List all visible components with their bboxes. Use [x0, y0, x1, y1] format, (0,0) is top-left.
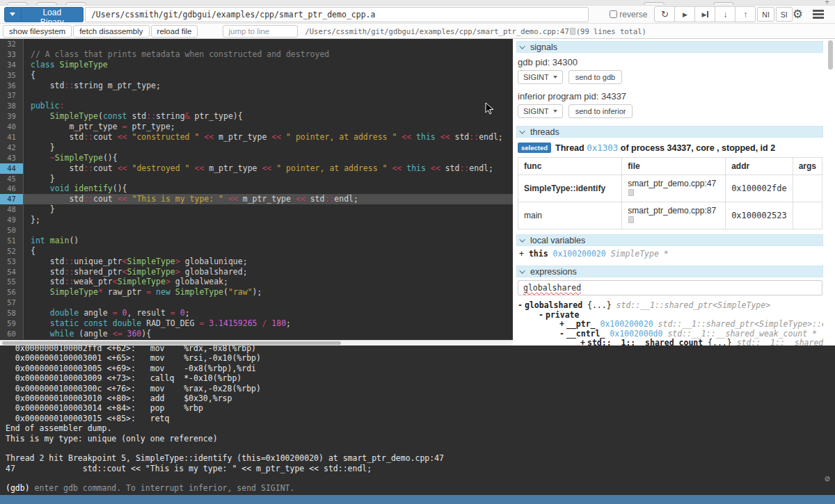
line-number-gutter[interactable]: 47 — [0, 194, 24, 204]
line-number-gutter[interactable]: 52 — [0, 246, 24, 257]
copy-icon[interactable] — [570, 28, 575, 35]
line-number-gutter[interactable]: 41 — [0, 132, 24, 143]
line-number-gutter[interactable]: 59 — [0, 318, 24, 329]
copy-icon[interactable] — [628, 189, 634, 196]
load-binary-button[interactable]: Load Binary — [22, 7, 84, 22]
load-binary-dropdown-button[interactable] — [4, 7, 22, 22]
jump-to-line-input[interactable] — [223, 25, 298, 38]
hscrollbar-thumb[interactable] — [2, 341, 341, 345]
clipped-button — [713, 2, 734, 6]
step-out-button[interactable]: ↑ — [735, 6, 756, 22]
threads-panel-header[interactable]: threads — [516, 126, 823, 138]
line-number-gutter[interactable]: 49 — [0, 215, 24, 225]
expressions-panel-header[interactable]: expressions — [516, 266, 823, 277]
stack-frame-row[interactable]: mainsmart_ptr_demo.cpp:870x100002523 — [518, 202, 822, 229]
expression-input[interactable]: globalshared — [518, 280, 822, 295]
code-text: m_ptr_type = ptr_type; — [24, 122, 513, 132]
line-number-gutter[interactable]: 56 — [0, 287, 24, 298]
line-number-gutter[interactable]: 39 — [0, 111, 24, 122]
restart-button[interactable]: ↻ — [654, 6, 675, 22]
expand-toggle[interactable]: + — [559, 320, 566, 330]
line-number-gutter[interactable]: 40 — [0, 122, 24, 132]
line-number-gutter[interactable]: 44 — [0, 163, 24, 174]
next-instruction-button[interactable]: NI — [757, 7, 774, 22]
gdb-console[interactable]: ⊘ 0x0000000100002ffd <+62>: mov %rdx,-0x… — [0, 346, 835, 495]
send-to-inferior-button[interactable]: send to inferior — [568, 104, 633, 118]
line-number-gutter[interactable]: 32 — [0, 39, 24, 49]
code-text: std::unique_ptr<SimpleType> globalunique… — [24, 257, 513, 267]
step-instruction-button[interactable]: SI — [776, 7, 793, 22]
step-into-button[interactable]: ↓ — [715, 6, 735, 22]
sidebar-scrollbar-thumb[interactable] — [828, 40, 833, 70]
line-number-gutter[interactable]: 38 — [0, 101, 24, 111]
chevron-down-icon — [519, 236, 525, 242]
line-number-gutter[interactable]: 45 — [0, 174, 24, 184]
code-text: }; — [24, 215, 513, 225]
line-number-gutter[interactable]: 35 — [0, 70, 24, 81]
column-header-func: func — [518, 158, 622, 175]
expand-toggle[interactable]: + — [580, 339, 587, 346]
line-number-gutter[interactable]: 51 — [0, 236, 24, 246]
line-number-gutter[interactable]: 48 — [0, 204, 24, 215]
thread-address[interactable]: 0x1303 — [587, 143, 618, 153]
line-number-gutter[interactable]: 55 — [0, 277, 24, 287]
step-over-bar — [707, 11, 708, 17]
stack-frame-row[interactable]: SimpleType::identifysmart_ptr_demo.cpp:4… — [518, 175, 822, 202]
gear-icon[interactable]: ⚙ — [793, 8, 803, 20]
stack-frames-table: funcfileaddrargs SimpleType::identifysma… — [518, 157, 822, 229]
line-number-gutter[interactable]: 46 — [0, 184, 24, 194]
frame-func: SimpleType::identify — [518, 175, 622, 202]
reverse-checkbox[interactable] — [610, 10, 617, 18]
expand-toggle[interactable]: + — [519, 249, 524, 259]
code-text: } — [24, 174, 513, 184]
frame-address-link[interactable]: 0x100002fde — [726, 175, 793, 202]
code-line: 47 std::cout << "This is my type: " << m… — [0, 194, 513, 204]
frame-func: main — [518, 202, 622, 229]
line-number-gutter[interactable]: 57 — [0, 298, 24, 308]
code-text: { — [24, 70, 513, 81]
frame-address-link[interactable]: 0x100002523 — [726, 202, 793, 229]
code-text — [24, 39, 513, 49]
reverse-toggle[interactable]: reverse — [610, 10, 647, 19]
line-number-gutter[interactable]: 42 — [0, 143, 24, 153]
clipped-button — [36, 2, 57, 6]
next-button[interactable]: ▶ — [694, 6, 715, 22]
expression-type: std::__1::__shared_weak_count * — [667, 330, 817, 339]
line-number-gutter[interactable]: 60 — [0, 329, 24, 339]
gdb-signal-select[interactable]: SIGINT — [518, 70, 563, 84]
gdb-prompt-line[interactable]: (gdb) enter gdb command. To interrupt in… — [6, 483, 835, 493]
line-number-gutter[interactable]: 54 — [0, 267, 24, 277]
console-input-bar[interactable] — [0, 495, 835, 504]
clipped-button — [65, 2, 86, 6]
reload-file-button[interactable]: reload file — [151, 25, 198, 38]
inferior-signal-select[interactable]: SIGINT — [518, 104, 563, 118]
line-number-gutter[interactable]: 50 — [0, 225, 24, 236]
code-text: static const double RAD_TO_DEG = 3.14159… — [24, 318, 513, 329]
line-number-gutter[interactable]: 37 — [0, 90, 24, 101]
line-number-gutter[interactable]: 43 — [0, 153, 24, 163]
variable-address[interactable]: 0x100200020 — [553, 249, 606, 259]
continue-button[interactable]: ▶ — [674, 6, 695, 22]
line-number-gutter[interactable]: 53 — [0, 257, 24, 267]
caret-down-icon — [553, 76, 557, 79]
expand-toggle[interactable]: - — [518, 301, 525, 311]
binary-path-input[interactable] — [85, 7, 589, 22]
expression-value[interactable]: 0x100200020 — [600, 320, 658, 329]
copy-icon[interactable] — [628, 216, 634, 223]
play-icon: ▶ — [683, 11, 687, 18]
line-number-gutter[interactable]: 36 — [0, 81, 24, 91]
line-number-gutter[interactable]: 58 — [0, 308, 24, 318]
line-number-gutter[interactable]: 34 — [0, 60, 24, 70]
fetch-disassembly-button[interactable]: fetch disassembly — [73, 25, 149, 38]
send-to-gdb-button[interactable]: send to gdb — [568, 70, 623, 84]
menu-icon[interactable] — [813, 8, 824, 21]
code-line: 49}; — [0, 215, 513, 225]
expression-value[interactable]: 0x1002000d0 — [610, 330, 667, 339]
line-number-gutter[interactable]: 33 — [0, 49, 24, 60]
locals-panel-header[interactable]: local variables — [516, 234, 823, 246]
expand-toggle[interactable]: - — [539, 311, 546, 320]
show-filesystem-button[interactable]: show filesystem — [3, 25, 72, 38]
expand-toggle[interactable]: - — [559, 330, 566, 339]
signals-panel-header[interactable]: signals — [516, 41, 823, 53]
expression-name: globalshared — [525, 301, 587, 310]
